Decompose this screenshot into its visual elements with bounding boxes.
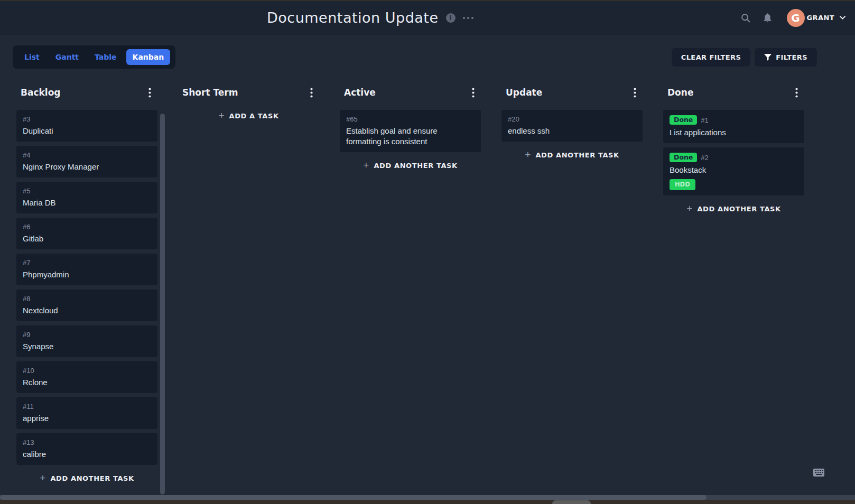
avatar: G — [787, 9, 805, 27]
tab-table[interactable]: Table — [88, 49, 123, 65]
column-header: Short Term — [178, 87, 319, 98]
column-title: Active — [344, 87, 376, 98]
kanban-column-short-term: Short Term+ADD A TASK — [178, 87, 319, 122]
task-title: Establish goal and ensure formatting is … — [346, 126, 475, 147]
add-task-label: ADD A TASK — [229, 112, 278, 120]
horizontal-scrollbar[interactable] — [0, 495, 855, 500]
task-id: #10 — [23, 367, 34, 375]
project-title-group: Documentation Update i — [267, 0, 473, 35]
task-card[interactable]: #5Maria DB — [16, 182, 157, 213]
user-menu[interactable]: G GRANT — [784, 9, 846, 27]
tab-gantt[interactable]: Gantt — [49, 49, 85, 65]
add-task-button[interactable]: +ADD ANOTHER TASK — [16, 472, 157, 484]
column-header: Backlog — [16, 87, 157, 98]
task-card[interactable]: #8Nextcloud — [16, 290, 157, 321]
bottom-handle[interactable] — [552, 500, 591, 504]
navbar-right: G GRANT — [739, 0, 846, 35]
task-id: #9 — [23, 331, 30, 339]
column-title: Update — [506, 87, 542, 98]
task-title: Nextcloud — [23, 305, 151, 316]
task-card[interactable]: #3Duplicati — [16, 110, 157, 142]
column-menu-icon[interactable] — [146, 87, 153, 99]
task-id: #3 — [23, 115, 30, 123]
card-top-row: Done#2 — [670, 153, 798, 162]
task-title: Bookstack — [670, 165, 798, 175]
clear-filters-button[interactable]: CLEAR FILTERS — [672, 48, 750, 67]
card-top-row: #3 — [23, 115, 151, 123]
card-top-row: #5 — [23, 187, 151, 195]
horizontal-scrollbar-thumb[interactable] — [0, 495, 707, 500]
card-top-row: #8 — [23, 295, 151, 303]
column-menu-icon[interactable] — [631, 87, 638, 99]
notifications-bell-icon[interactable] — [761, 12, 774, 24]
plus-icon: + — [218, 111, 224, 120]
task-title: Gitlab — [23, 234, 151, 244]
task-card[interactable]: Done#1List applications — [663, 110, 804, 143]
task-title: Duplicati — [23, 126, 151, 136]
kanban-board: Backlog#3Duplicati#4Nginx Proxy Manager#… — [0, 69, 855, 484]
filter-funnel-icon — [764, 54, 772, 61]
card-top-row: #20 — [508, 115, 636, 123]
plus-icon: + — [686, 204, 692, 213]
column-menu-icon[interactable] — [308, 87, 315, 99]
task-id: #6 — [23, 223, 30, 231]
kanban-column-active: Active#65Establish goal and ensure forma… — [340, 87, 481, 171]
task-id: #20 — [508, 115, 519, 123]
kanban-column-backlog: Backlog#3Duplicati#4Nginx Proxy Manager#… — [16, 87, 157, 484]
task-card[interactable]: #4Nginx Proxy Manager — [16, 146, 157, 178]
column-header: Done — [663, 87, 804, 98]
add-task-button[interactable]: +ADD A TASK — [178, 110, 319, 122]
done-badge: Done — [670, 115, 697, 125]
task-card[interactable]: #7Phpmyadmin — [16, 254, 157, 285]
window-bottom-edge — [0, 500, 855, 504]
kanban-column-update: Update#20endless ssh+ADD ANOTHER TASK — [501, 87, 643, 161]
task-id: #65 — [346, 115, 358, 123]
info-icon[interactable]: i — [446, 13, 456, 23]
user-name: GRANT — [807, 14, 835, 22]
task-id: #11 — [23, 403, 34, 410]
task-title: apprise — [23, 413, 151, 424]
task-title: List applications — [670, 127, 798, 138]
task-id: #4 — [23, 151, 30, 159]
keyboard-shortcuts-icon[interactable] — [813, 469, 824, 479]
column-title: Done — [667, 87, 693, 98]
task-card[interactable]: #13calibre — [16, 433, 157, 465]
task-id: #2 — [701, 154, 708, 162]
column-scrollbar[interactable] — [160, 114, 165, 494]
add-task-label: ADD ANOTHER TASK — [697, 205, 780, 213]
tab-list[interactable]: List — [18, 49, 46, 65]
task-card[interactable]: #6Gitlab — [16, 218, 157, 249]
task-card[interactable]: #65Establish goal and ensure formatting … — [340, 110, 481, 152]
filters-label: FILTERS — [776, 53, 807, 61]
add-task-label: ADD ANOTHER TASK — [374, 162, 457, 170]
column-menu-icon[interactable] — [793, 87, 800, 99]
search-icon[interactable] — [739, 12, 752, 24]
card-top-row: Done#1 — [670, 115, 798, 125]
card-top-row: #10 — [23, 367, 151, 375]
task-card[interactable]: #9Synapse — [16, 325, 157, 357]
more-options-icon[interactable] — [463, 17, 473, 19]
task-card[interactable]: #10Rclone — [16, 361, 157, 393]
task-card[interactable]: #20endless ssh — [501, 110, 643, 142]
task-card[interactable]: #11apprise — [16, 397, 157, 429]
column-title: Short Term — [182, 87, 238, 98]
filter-buttons: CLEAR FILTERS FILTERS — [672, 48, 817, 67]
plus-icon: + — [363, 161, 369, 170]
task-title: Maria DB — [23, 198, 151, 208]
filters-button[interactable]: FILTERS — [755, 48, 817, 67]
card-top-row: #11 — [23, 403, 151, 410]
tab-kanban[interactable]: Kanban — [126, 49, 171, 65]
card-top-row: #6 — [23, 223, 151, 231]
task-id: #13 — [23, 438, 34, 446]
task-id: #7 — [23, 259, 30, 267]
add-task-button[interactable]: +ADD ANOTHER TASK — [501, 149, 643, 161]
column-body: #65Establish goal and ensure formatting … — [340, 110, 481, 152]
add-task-button[interactable]: +ADD ANOTHER TASK — [340, 160, 481, 171]
column-body: #3Duplicati#4Nginx Proxy Manager#5Maria … — [16, 110, 157, 465]
column-menu-icon[interactable] — [470, 87, 477, 99]
task-card[interactable]: Done#2BookstackHDD — [663, 147, 804, 195]
add-task-button[interactable]: +ADD ANOTHER TASK — [663, 203, 804, 214]
plus-icon: + — [40, 473, 45, 483]
task-label: HDD — [670, 179, 695, 190]
card-top-row: #7 — [23, 259, 151, 267]
